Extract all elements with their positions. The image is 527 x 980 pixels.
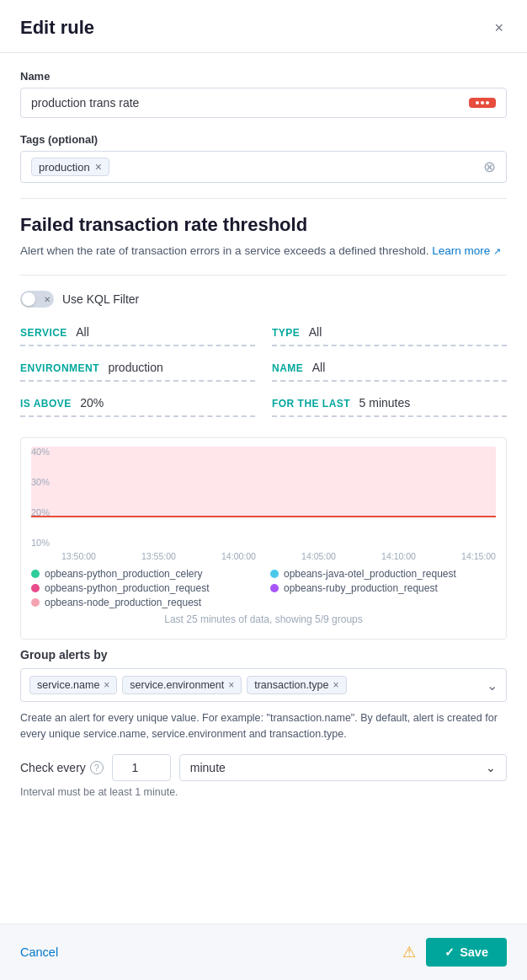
tag-value: production <box>39 161 90 174</box>
toggle-knob <box>22 292 35 306</box>
check-every-label: Check every ? <box>20 761 104 774</box>
legend-dot-3 <box>31 584 40 592</box>
y-label-40: 40% <box>31 447 50 457</box>
legend-label-3: opbeans-python_production_request <box>45 582 209 594</box>
group-tag-transaction-type: transaction.type × <box>247 676 346 694</box>
legend-label-2: opbeans-java-otel_production_request <box>284 568 456 580</box>
external-link-icon: ↗ <box>493 246 501 256</box>
tags-input-wrapper[interactable]: production × ⊗ <box>20 151 507 183</box>
tag-pill: production × <box>31 158 109 176</box>
save-check-icon: ✓ <box>444 945 455 959</box>
filter-is-above[interactable]: IS ABOVE 20% <box>20 390 255 417</box>
chart-x-labels: 13:50:00 13:55:00 14:00:00 14:05:00 14:1… <box>61 551 496 561</box>
check-every-row: Check every ? minute ⌄ <box>20 754 507 781</box>
x-label-5: 14:10:00 <box>381 551 416 561</box>
group-tag-remove-2[interactable]: × <box>228 679 234 691</box>
x-label-4: 14:05:00 <box>301 551 336 561</box>
chart-y-labels: 40% 30% 20% 10% <box>31 447 50 548</box>
filter-key-service: SERVICE <box>20 327 67 339</box>
name-input-value: production trans rate <box>31 96 139 110</box>
filter-key-name: NAME <box>272 362 303 374</box>
legend-dot-5 <box>31 598 40 607</box>
save-button[interactable]: ✓ Save <box>426 938 507 967</box>
footer-right: ⚠ ✓ Save <box>402 938 507 967</box>
name-label: Name <box>20 70 507 83</box>
legend-label-1: opbeans-python_production_celery <box>45 568 202 580</box>
name-input-wrapper[interactable]: production trans rate <box>20 88 507 118</box>
divider-1 <box>20 198 507 199</box>
group-chevron-icon[interactable]: ⌄ <box>487 677 498 693</box>
filter-key-last: FOR THE LAST <box>272 398 350 410</box>
filter-key-type: TYPE <box>272 327 300 339</box>
filter-type[interactable]: TYPE All <box>272 319 507 346</box>
warning-icon: ⚠ <box>402 943 416 961</box>
legend-label-5: opbeans-node_production_request <box>45 597 201 608</box>
tags-clear-btn[interactable]: ⊗ <box>483 158 496 176</box>
chart-footnote: Last 25 minutes of data, showing 5/9 gro… <box>31 613 496 625</box>
modal-body: Name production trans rate Tags (optiona… <box>0 53 527 924</box>
group-tag-remove-1[interactable]: × <box>104 679 109 691</box>
section-title: Failed transaction rate threshold <box>20 214 507 236</box>
divider-2 <box>20 275 507 276</box>
chart-container: 40% 30% 20% 10% <box>20 437 507 640</box>
tag-remove-btn[interactable]: × <box>95 160 102 174</box>
name-input-btn[interactable] <box>469 98 496 108</box>
group-tag-service-name: service.name × <box>29 676 117 694</box>
legend-label-4: opbeans-ruby_production_request <box>284 582 438 594</box>
minute-select[interactable]: minute ⌄ <box>179 754 507 781</box>
legend-dot-4 <box>270 584 279 592</box>
filter-val-name: All <box>312 361 326 374</box>
x-label-3: 14:00:00 <box>221 551 256 561</box>
legend-item-5: opbeans-node_production_request <box>31 597 257 608</box>
modal-footer: Cancel ⚠ ✓ Save <box>0 924 527 980</box>
section-desc: Alert when the rate of transaction error… <box>20 243 507 260</box>
minute-chevron-icon: ⌄ <box>486 761 496 774</box>
group-tag-remove-3[interactable]: × <box>333 679 338 691</box>
legend-item-2: opbeans-java-otel_production_request <box>270 568 496 580</box>
group-alerts-label: Group alerts by <box>20 648 507 661</box>
tags-field-group: Tags (optional) production × ⊗ <box>20 133 507 183</box>
group-tags-row[interactable]: service.name × service.environment × tra… <box>20 668 507 702</box>
name-field-group: Name production trans rate <box>20 70 507 118</box>
modal-title: Edit rule <box>20 17 94 39</box>
group-tag-service-env: service.environment × <box>122 676 242 694</box>
filter-key-environment: ENVIRONMENT <box>20 362 99 374</box>
learn-more-link[interactable]: Learn more ↗ <box>432 244 501 257</box>
x-label-1: 13:50:00 <box>61 551 96 561</box>
group-tag-value-1: service.name <box>37 679 99 691</box>
y-label-20: 20% <box>31 507 50 517</box>
save-label: Save <box>460 945 488 959</box>
toggle-x-icon: ✕ <box>44 295 51 304</box>
filter-service[interactable]: SERVICE All <box>20 319 255 346</box>
filter-grid: SERVICE All TYPE All ENVIRONMENT product… <box>20 319 507 426</box>
edit-rule-modal: Edit rule × Name production trans rate T… <box>0 0 527 980</box>
chart-legend: opbeans-python_production_celery opbeans… <box>31 568 496 608</box>
filter-val-environment: production <box>108 361 162 374</box>
filter-for-last[interactable]: FOR THE LAST 5 minutes <box>272 390 507 417</box>
group-desc: Create an alert for every unique value. … <box>20 710 507 742</box>
modal-header: Edit rule × <box>0 0 527 53</box>
filter-val-above: 20% <box>80 396 104 410</box>
filter-environment[interactable]: ENVIRONMENT production <box>20 355 255 382</box>
kql-toggle-row: ✕ Use KQL Filter <box>20 291 507 308</box>
filter-val-last: 5 minutes <box>359 396 411 410</box>
legend-item-3: opbeans-python_production_request <box>31 582 257 594</box>
x-label-6: 14:15:00 <box>461 551 496 561</box>
group-tag-value-2: service.environment <box>130 679 224 691</box>
x-label-2: 13:55:00 <box>141 551 176 561</box>
filter-key-above: IS ABOVE <box>20 398 72 410</box>
check-every-help-icon[interactable]: ? <box>90 761 104 774</box>
chart-bars <box>61 447 496 533</box>
filter-val-type: All <box>309 325 322 339</box>
minute-select-value: minute <box>190 761 226 774</box>
close-button[interactable]: × <box>491 17 507 39</box>
kql-toggle[interactable]: ✕ <box>20 291 54 308</box>
group-tag-value-3: transaction.type <box>254 679 328 691</box>
check-every-input[interactable] <box>112 754 171 781</box>
cancel-button[interactable]: Cancel <box>20 945 58 959</box>
y-label-30: 30% <box>31 477 50 487</box>
interval-hint: Interval must be at least 1 minute. <box>20 786 507 798</box>
chart-area: 40% 30% 20% 10% <box>31 447 496 548</box>
tags-label: Tags (optional) <box>20 133 507 146</box>
filter-name[interactable]: NAME All <box>272 355 507 382</box>
